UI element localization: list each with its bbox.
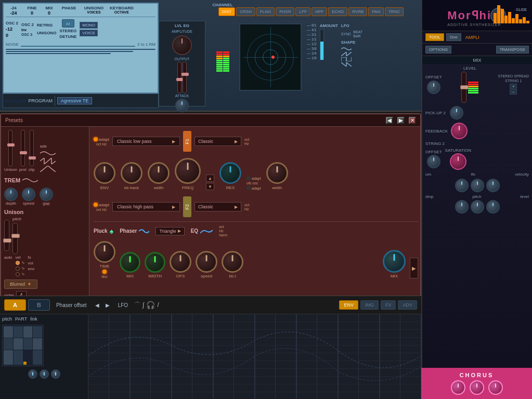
headphone-btn[interactable]: 🎧 [146, 301, 155, 309]
triangle-select[interactable]: Triangle ▶ [155, 227, 184, 235]
mix-eff-knob[interactable] [120, 252, 140, 273]
offset-knob[interactable] [427, 81, 440, 94]
level-m-knob[interactable] [486, 200, 500, 214]
filter1-type-select[interactable]: Classic low pass ▶ [112, 137, 180, 146]
crsh-button[interactable]: CRSH [236, 7, 255, 16]
rvrb-button[interactable]: RVRB [348, 7, 367, 16]
vel-radio[interactable]: ∿ ∿ ∿ [16, 260, 25, 276]
wave-selector3[interactable] [40, 166, 56, 172]
pitch-slider[interactable] [12, 223, 18, 254]
nav-prev-btn[interactable]: ◀ [93, 301, 101, 309]
flng-button[interactable]: FLNG [256, 7, 275, 16]
adv-button[interactable]: ADV [398, 300, 417, 310]
sub-slider[interactable] [8, 130, 12, 166]
attack-knob[interactable] [175, 99, 189, 112]
one-button[interactable]: One [446, 33, 461, 41]
close-button[interactable]: ✕ [409, 117, 416, 124]
filter2-type-select[interactable]: Classic high pass ▶ [112, 202, 180, 211]
ramp-shape[interactable] [341, 62, 352, 66]
filter1-classic-select[interactable]: Classic ▶ [194, 137, 241, 146]
prot-slider[interactable] [21, 130, 25, 166]
nav-right-btn[interactable]: ▶ [410, 258, 418, 278]
trem-speed-knob[interactable] [22, 188, 35, 201]
output-fader2[interactable] [183, 62, 187, 93]
prev-button[interactable]: ◀ [386, 117, 393, 124]
offset2-knob[interactable] [427, 155, 440, 168]
pattern-grid-mini[interactable] [2, 325, 44, 366]
tab-a-button[interactable]: A [4, 299, 26, 311]
freq-knob[interactable] [175, 158, 201, 184]
lpf-button[interactable]: LPF [295, 7, 310, 16]
ofs-eff-knob[interactable] [170, 251, 191, 273]
pickup2-knob[interactable] [450, 106, 463, 119]
fx-button[interactable]: FX [381, 300, 396, 310]
saw-shape[interactable] [341, 52, 352, 56]
feedback-knob[interactable] [451, 123, 468, 139]
wave-selector2[interactable] [40, 158, 56, 164]
output-fader1[interactable] [177, 62, 181, 93]
plugin-window: Presets ◀ ▶ ✕ Unison prot [0, 113, 421, 308]
chorus-knob-2[interactable] [470, 380, 484, 395]
env-knob[interactable] [94, 162, 115, 184]
time-knob[interactable] [94, 241, 115, 263]
trnc-button[interactable]: TRNC [385, 7, 404, 16]
chorus-knob-3[interactable] [488, 380, 503, 395]
chorus-knob-1[interactable] [451, 380, 465, 395]
sine-shape[interactable] [341, 47, 352, 51]
blurred-button[interactable]: Blurred ▼ [4, 280, 37, 289]
unison-slider[interactable] [4, 220, 9, 251]
level-fader[interactable] [461, 72, 466, 103]
env-button[interactable]: ENV [339, 300, 358, 310]
pan-button[interactable]: PAN [368, 7, 384, 16]
phase-label: PHASE [62, 6, 76, 10]
hpf-button[interactable]: HPF [312, 7, 327, 16]
options-button[interactable]: OPTIONS [425, 46, 451, 54]
width-eff-knob[interactable] [145, 252, 165, 273]
lfo-knob-m[interactable] [471, 179, 484, 192]
dist-button[interactable]: DIST [218, 7, 235, 16]
um-knob[interactable] [455, 179, 469, 192]
kbt-eff-knob[interactable] [222, 251, 243, 273]
dmp-knob[interactable] [455, 200, 469, 214]
top-synthesizer-bar: -24 -24 FINE 0 MIX 0 PHASE UNISONO VOICE… [0, 0, 421, 112]
clip-slider[interactable] [30, 130, 34, 166]
freq-up-btn[interactable]: ▲ [206, 175, 214, 182]
next-button[interactable]: ▶ [397, 117, 405, 124]
echo-button[interactable]: ECHO [328, 7, 347, 16]
mix2-eff-knob[interactable] [383, 250, 406, 273]
pitch-m-knob[interactable] [471, 200, 484, 214]
saturation-knob[interactable] [450, 153, 466, 170]
trem-depth-knob[interactable] [4, 188, 18, 201]
velocity-label: velocity [515, 172, 529, 177]
kb-track-knob[interactable] [121, 162, 142, 184]
pat-knob3[interactable] [51, 369, 60, 379]
width1-knob[interactable] [148, 162, 170, 184]
amount-bar[interactable] [320, 29, 324, 60]
spread-stepper[interactable]: + − [510, 84, 517, 95]
nav-next-btn[interactable]: ▶ [103, 301, 112, 309]
pat-knob2[interactable] [40, 369, 49, 379]
trem-gap-knob[interactable] [40, 188, 53, 201]
tool-button[interactable]: TOOL [425, 33, 444, 41]
curve-btn2[interactable]: ∫ [142, 301, 144, 309]
square-shape[interactable] [341, 57, 352, 61]
trem-label: TREM [4, 177, 20, 183]
filter2-classic-select[interactable]: Classic ▶ [194, 202, 241, 211]
width2-knob[interactable] [266, 162, 288, 184]
tab-b-button[interactable]: B [28, 299, 50, 311]
freq-down-btn[interactable]: ▼ [206, 183, 214, 190]
adapt1-led [94, 137, 98, 141]
transpose-button[interactable]: TRANSPOSE [496, 46, 529, 54]
link-pat-label[interactable]: link [30, 316, 37, 322]
phsr-button[interactable]: PHSR [276, 7, 294, 16]
img-button[interactable]: IMG [360, 300, 379, 310]
curve-btn1[interactable]: ⌒ [134, 301, 140, 310]
wave-selector1[interactable] [40, 150, 56, 156]
amplitude-knob[interactable] [172, 35, 192, 55]
res-knob[interactable] [219, 162, 241, 184]
velocity-knob[interactable] [486, 179, 500, 192]
slash-btn[interactable]: / [157, 301, 159, 309]
pattern-main-grid[interactable] [88, 314, 421, 399]
speed-eff-knob[interactable] [196, 251, 217, 273]
pat-knob1[interactable] [28, 369, 37, 379]
